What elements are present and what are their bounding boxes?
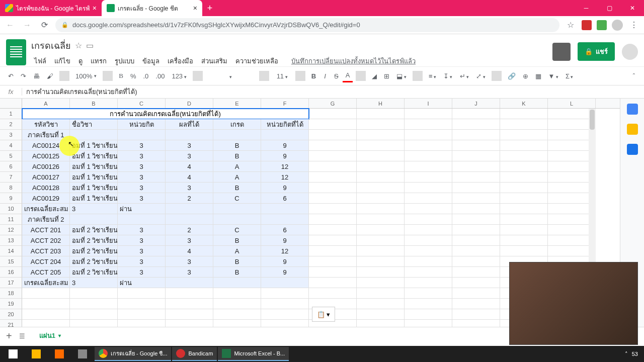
cell[interactable] — [70, 299, 118, 309]
cell[interactable]: เกรดเฉลี่ยสะสม — [22, 278, 70, 288]
cell[interactable] — [357, 193, 405, 204]
cell[interactable]: C — [213, 193, 261, 204]
wrap-button[interactable]: ↵ — [457, 70, 472, 82]
add-sheet-button[interactable]: + — [6, 330, 12, 342]
menu-view[interactable]: ดู — [75, 54, 86, 68]
cell[interactable]: AC00129 — [22, 193, 70, 204]
cell[interactable] — [309, 119, 357, 130]
cell[interactable]: 9 — [261, 267, 309, 278]
text-color-button[interactable]: A — [343, 69, 353, 82]
cell[interactable]: AC00124 — [22, 140, 70, 151]
cell[interactable] — [452, 161, 500, 172]
cell[interactable] — [22, 320, 70, 327]
cell[interactable]: ACCT 201 — [22, 225, 70, 235]
cell[interactable] — [357, 172, 405, 183]
cell[interactable]: B — [213, 183, 261, 193]
cell[interactable] — [213, 288, 261, 299]
cell[interactable] — [118, 214, 166, 225]
cell[interactable] — [452, 109, 500, 119]
cell[interactable] — [452, 214, 500, 225]
row-header[interactable]: 1 — [0, 109, 22, 119]
cell[interactable]: B — [213, 140, 261, 151]
cell[interactable] — [405, 183, 452, 193]
cell[interactable] — [118, 299, 166, 309]
cell[interactable] — [261, 278, 309, 288]
share-button[interactable]: 🔒 แชร์ — [578, 42, 615, 61]
cell[interactable]: ชื่อวิชา — [70, 119, 118, 130]
halign-button[interactable]: ≡ — [426, 70, 439, 82]
cell[interactable] — [405, 288, 452, 299]
cell[interactable] — [357, 256, 405, 267]
cell[interactable] — [309, 225, 357, 235]
task-app[interactable] — [71, 347, 94, 361]
cell[interactable] — [22, 299, 70, 309]
cell[interactable] — [118, 130, 166, 140]
row-header[interactable]: 4 — [0, 140, 22, 151]
cell[interactable]: 3 — [70, 278, 118, 288]
menu-insert[interactable]: แทรก — [88, 54, 110, 68]
cell[interactable] — [166, 320, 213, 327]
col-header[interactable]: C — [118, 99, 166, 108]
cell[interactable]: 3 — [118, 225, 166, 235]
cell[interactable] — [405, 140, 452, 151]
cell[interactable] — [166, 299, 213, 309]
account-avatar[interactable] — [622, 44, 638, 60]
cell[interactable]: อมที่ 2 วิชาเรียนที่ — [70, 246, 118, 256]
cell[interactable]: 6 — [261, 193, 309, 204]
cell[interactable]: 3 — [118, 256, 166, 267]
cell[interactable] — [70, 309, 118, 320]
cell[interactable] — [309, 161, 357, 172]
move-icon[interactable]: ▭ — [86, 41, 94, 50]
cell[interactable] — [213, 278, 261, 288]
cell[interactable]: เกรดเฉลี่ยสะสม — [22, 204, 70, 214]
cell[interactable] — [166, 204, 213, 214]
cell[interactable] — [405, 320, 452, 327]
cell[interactable]: AC00128 — [22, 183, 70, 193]
cell[interactable] — [405, 193, 452, 204]
extension-icon[interactable] — [597, 20, 607, 30]
cell[interactable] — [309, 130, 357, 140]
cell[interactable] — [405, 119, 452, 130]
row-header[interactable]: 11 — [0, 214, 22, 225]
row-header[interactable]: 16 — [0, 267, 22, 278]
menu-format[interactable]: รูปแบบ — [112, 54, 137, 68]
calendar-icon[interactable] — [627, 104, 638, 115]
cell[interactable]: 4 — [166, 172, 213, 183]
cell[interactable] — [213, 299, 261, 309]
cell[interactable] — [405, 278, 452, 288]
cell[interactable] — [405, 309, 452, 320]
redo-button[interactable]: ↷ — [18, 70, 29, 82]
col-header[interactable]: J — [452, 99, 500, 108]
cell[interactable] — [405, 214, 452, 225]
cell[interactable] — [70, 130, 118, 140]
star-icon[interactable]: ☆ — [75, 41, 82, 50]
cell[interactable] — [213, 214, 261, 225]
cell[interactable]: 3 — [166, 151, 213, 161]
menu-tools[interactable]: เครื่องมือ — [165, 54, 196, 68]
cell[interactable] — [166, 288, 213, 299]
menu-help[interactable]: ความช่วยเหลือ — [232, 54, 281, 68]
cell[interactable]: 9 — [261, 183, 309, 193]
col-header[interactable]: E — [213, 99, 261, 108]
cell[interactable] — [405, 256, 452, 267]
cell[interactable] — [405, 109, 452, 119]
cell[interactable] — [405, 235, 452, 246]
cell[interactable] — [357, 225, 405, 235]
cell[interactable] — [213, 309, 261, 320]
sheets-logo-icon[interactable] — [6, 39, 26, 65]
cell[interactable] — [452, 235, 500, 246]
cell[interactable] — [357, 119, 405, 130]
row-header[interactable]: 5 — [0, 151, 22, 161]
cell[interactable] — [452, 119, 500, 130]
cell[interactable] — [405, 299, 452, 309]
bookmark-button[interactable]: ☆ — [565, 20, 577, 30]
cell[interactable]: 3 — [166, 235, 213, 246]
start-button[interactable] — [2, 347, 24, 361]
cell[interactable] — [357, 214, 405, 225]
cell[interactable]: 3 — [166, 183, 213, 193]
cell[interactable]: C — [213, 225, 261, 235]
cell[interactable] — [452, 267, 500, 278]
menu-data[interactable]: ข้อมูล — [139, 54, 163, 68]
cell[interactable] — [452, 193, 500, 204]
row-header[interactable]: 13 — [0, 235, 22, 246]
